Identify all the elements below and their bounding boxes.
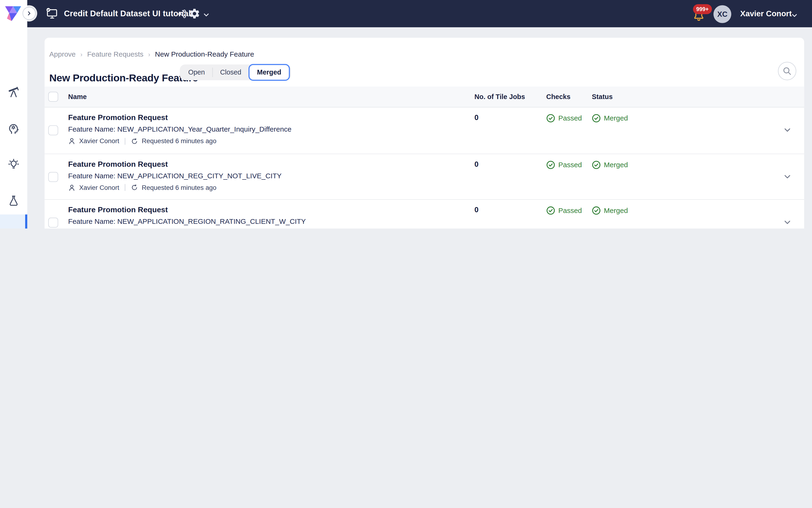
check-circle-icon [546,114,555,123]
breadcrumb-feature-requests[interactable]: Feature Requests [87,50,144,58]
table-row[interactable]: Feature Promotion Request Feature Name: … [45,153,804,199]
workspace-title[interactable]: Credit Default Dataset UI tutorial [64,0,191,27]
top-navbar: Credit Default Dataset UI tutorial 999+ … [0,0,812,27]
content-card: Approve › Feature Requests › New Product… [45,38,804,228]
request-title: Feature Promotion Request [68,160,168,168]
checks-label: Passed [558,207,582,214]
feature-name: Feature Name: NEW_APPLICATION_Year_Quart… [68,125,291,133]
tab-closed[interactable]: Closed [213,66,249,79]
share-button[interactable] [177,8,188,19]
sidebar-item-ideas[interactable] [0,150,27,179]
request-title: Feature Promotion Request [68,206,168,214]
user-menu-chevron-icon[interactable] [791,11,798,19]
requester-name: Xavier Conort [79,137,119,145]
checks-badge: Passed [546,160,582,169]
check-circle-icon [546,160,555,169]
table-row[interactable]: Feature Promotion Request Feature Name: … [45,199,804,228]
check-circle-icon [592,114,601,123]
expand-chevron-icon[interactable] [783,125,792,135]
user-name[interactable]: Xavier Conort [740,0,792,27]
table-row[interactable]: Feature Promotion Request Feature Name: … [45,108,804,154]
feature-name: Feature Name: NEW_APPLICATION_REGION_RAT… [68,218,306,225]
sidebar-expand-button[interactable] [22,7,36,20]
feature-name: Feature Name: NEW_APPLICATION_REG_CITY_N… [68,172,281,179]
status-label: Merged [604,207,628,214]
breadcrumb-approve[interactable]: Approve [49,50,76,58]
brain-gear-icon [7,122,20,135]
search-button[interactable] [778,62,797,80]
check-circle-icon [592,160,601,169]
check-circle-icon [546,206,555,215]
app: Credit Default Dataset UI tutorial 999+ … [0,0,812,228]
row-checkbox[interactable] [48,172,58,182]
tile-jobs-value: 0 [475,113,479,122]
requested-time: Requested 6 minutes ago [142,137,217,145]
checks-badge: Passed [546,114,582,123]
featurebyte-logo[interactable] [3,3,24,24]
settings-gear-icon[interactable] [189,8,200,19]
column-header-name: Name [68,87,87,108]
refresh-icon [131,184,138,191]
status-filter-tabs: Open Closed Merged [180,65,291,80]
checks-label: Passed [558,114,582,122]
refresh-icon [131,138,138,144]
breadcrumb-current: New Production-Ready Feature [155,50,254,58]
row-meta: Xavier Conort Requested 6 minutes ago [68,184,217,191]
meta-divider [125,138,126,144]
requested-time: Requested 6 minutes ago [142,184,217,191]
status-badge: Merged [592,114,628,123]
requester-name: Xavier Conort [79,184,119,191]
flask-icon [7,195,20,207]
sidebar-item-approve[interactable] [0,214,27,228]
person-icon [68,184,76,191]
lightbulb-icon [7,158,20,171]
telescope-icon [7,86,20,98]
page-title: New Production-Ready Feature [49,72,198,84]
row-checkbox[interactable] [48,125,58,135]
tile-jobs-value: 0 [475,206,479,214]
status-label: Merged [604,161,628,168]
checks-badge: Passed [546,206,582,215]
select-all-checkbox[interactable] [48,92,58,102]
sidebar-item-experiments[interactable] [0,186,27,216]
notification-badge: 999+ [693,4,712,14]
sidebar-item-modeling[interactable] [0,114,27,143]
row-meta: Xavier Conort Requested 6 minutes ago [68,137,217,145]
row-checkbox[interactable] [48,218,58,227]
breadcrumb-separator: › [148,51,150,58]
tab-merged[interactable]: Merged [249,64,290,81]
avatar[interactable]: XC [714,5,731,23]
status-badge: Merged [592,206,628,215]
check-circle-icon [592,206,601,215]
column-header-tile-jobs: No. of Tile Jobs [475,87,525,108]
status-label: Merged [604,114,628,122]
column-header-checks: Checks [546,87,571,108]
sidebar-item-explore[interactable] [0,78,27,107]
table-header: Name No. of Tile Jobs Checks Status [45,87,804,108]
meta-divider [125,184,126,191]
approve-check-icon [7,227,20,228]
checks-label: Passed [558,161,582,168]
table-body: Feature Promotion Request Feature Name: … [45,108,804,228]
workspace-chevron-icon[interactable] [202,11,210,19]
tab-open[interactable]: Open [181,66,212,79]
tile-jobs-value: 0 [475,160,479,168]
breadcrumb: Approve › Feature Requests › New Product… [49,50,254,58]
expand-chevron-icon[interactable] [783,172,792,181]
search-icon [782,66,792,76]
sidebar [0,0,27,228]
workspace-icon [45,7,60,22]
breadcrumb-separator: › [80,51,83,58]
request-title: Feature Promotion Request [68,113,168,122]
status-badge: Merged [592,160,628,169]
person-icon [68,137,76,145]
column-header-status: Status [592,87,613,108]
expand-chevron-icon[interactable] [783,218,792,227]
